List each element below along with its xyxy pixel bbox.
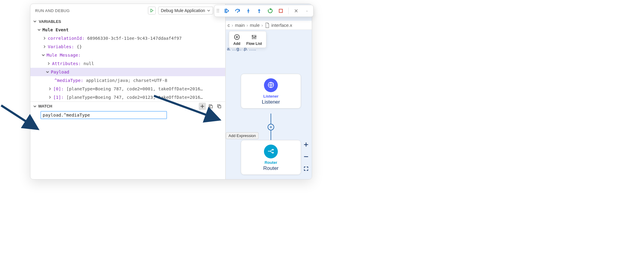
svg-rect-12: [279, 9, 283, 13]
tree-row-0[interactable]: [0]: [planeType=Boeing 787, code2=0001, …: [30, 85, 225, 93]
file-icon: [265, 23, 270, 28]
tree-row-mule-event[interactable]: Mule Event: [30, 26, 225, 34]
canvas-flowlist-button[interactable]: Flow List: [246, 34, 262, 46]
svg-point-5: [252, 36, 253, 37]
svg-point-7: [255, 36, 256, 37]
globe-icon: [267, 81, 274, 89]
zoom-out-button[interactable]: [303, 153, 309, 160]
breadcrumb-mule[interactable]: mule: [250, 23, 260, 28]
svg-rect-1: [210, 105, 213, 108]
svg-point-6: [253, 37, 255, 38]
add-expression-button[interactable]: [199, 103, 206, 110]
add-expression-tooltip: Add Expression: [226, 132, 259, 139]
start-debug-button[interactable]: [148, 7, 156, 14]
variables-section-header[interactable]: VARIABLES: [30, 17, 225, 26]
continue-button[interactable]: [223, 8, 230, 14]
watch-section-header[interactable]: WATCH: [30, 102, 225, 111]
close-debug-button[interactable]: [293, 8, 299, 14]
debug-config-label: Debug Mule Application: [161, 8, 205, 13]
breadcrumb-file[interactable]: interface.x: [271, 23, 292, 28]
tree-row-attributes[interactable]: Attributes: null: [30, 59, 225, 68]
step-out-button[interactable]: [256, 8, 262, 14]
canvas-text: a. …g.. .p. …..: [226, 46, 256, 51]
zoom-in-button[interactable]: [303, 141, 309, 148]
svg-point-9: [237, 12, 238, 13]
tree-row-mule-message[interactable]: Mule Message:: [30, 51, 225, 59]
grip-icon[interactable]: ⠿: [216, 8, 219, 14]
tree-row-variables[interactable]: Variables: {}: [30, 42, 225, 51]
fullscreen-button[interactable]: [303, 165, 309, 172]
step-over-button[interactable]: [234, 8, 241, 14]
svg-rect-3: [219, 105, 221, 108]
svg-point-10: [248, 12, 249, 13]
canvas-add-button[interactable]: Add: [233, 34, 240, 46]
tree-row-payload[interactable]: Payload: [30, 68, 225, 76]
tree-row-mediatype[interactable]: ^mediaType: application/java; charset=UT…: [30, 76, 225, 85]
breadcrumb-main[interactable]: main: [235, 23, 245, 28]
restart-button[interactable]: [267, 8, 273, 14]
collapse-all-button[interactable]: [216, 103, 223, 110]
debug-toolbar[interactable]: ⠿ ·: [214, 5, 314, 17]
router-icon: [267, 148, 274, 156]
tree-row-correlation[interactable]: correlationId: 68966330-3c5f-11ee-9c43-1…: [30, 34, 225, 42]
svg-point-11: [259, 12, 259, 13]
step-into-button[interactable]: [245, 8, 252, 14]
debug-config-select[interactable]: Debug Mule Application: [158, 7, 213, 14]
canvas-toolbar: Add Flow List: [229, 31, 266, 48]
flow-node-router[interactable]: Router Router: [241, 140, 301, 175]
run-debug-title: RUN AND DEBUG: [35, 8, 146, 13]
watch-expression-input[interactable]: [41, 111, 167, 119]
breadcrumb: c› main› mule› interface.x: [226, 21, 312, 30]
more-icon[interactable]: ·: [304, 8, 310, 14]
flow-add-dot[interactable]: [268, 124, 274, 130]
flow-node-listener[interactable]: Listener Listener: [241, 74, 301, 108]
stop-button[interactable]: [278, 8, 284, 14]
remove-all-button[interactable]: [207, 103, 214, 110]
tree-row-1[interactable]: [1]: [planeType=Boeing 747, code2=0123, …: [30, 93, 225, 102]
